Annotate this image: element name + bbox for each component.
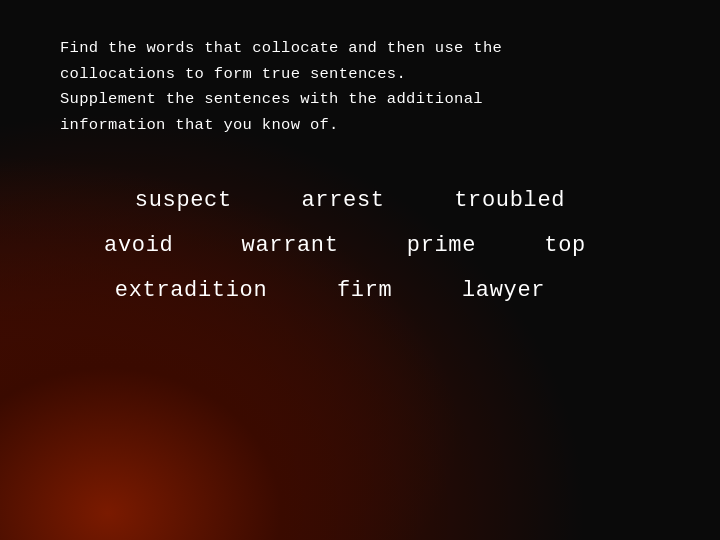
instruction-line1: Find the words that collocate and then u… [60, 39, 502, 57]
word-suspect: suspect [135, 188, 232, 213]
instructions-text: Find the words that collocate and then u… [60, 36, 670, 138]
instruction-line3: Supplement the sentences with the additi… [60, 90, 483, 108]
instruction-line2: collocations to form true sentences. [60, 65, 406, 83]
word-avoid: avoid [104, 233, 173, 258]
word-prime: prime [407, 233, 476, 258]
word-troubled: troubled [454, 188, 565, 213]
background: Find the words that collocate and then u… [0, 0, 720, 540]
word-row-3: extradition firm lawyer [60, 268, 670, 313]
word-lawyer: lawyer [462, 278, 545, 303]
word-row-2: avoid warrant prime top [60, 223, 670, 268]
word-row-1: suspect arrest troubled [60, 178, 670, 223]
word-extradition: extradition [115, 278, 267, 303]
word-top: top [544, 233, 586, 258]
word-arrest: arrest [301, 188, 384, 213]
content-area: Find the words that collocate and then u… [0, 0, 720, 540]
words-grid: suspect arrest troubled avoid warrant pr… [60, 178, 670, 510]
instruction-line4: information that you know of. [60, 116, 339, 134]
word-warrant: warrant [242, 233, 339, 258]
word-firm: firm [337, 278, 392, 303]
